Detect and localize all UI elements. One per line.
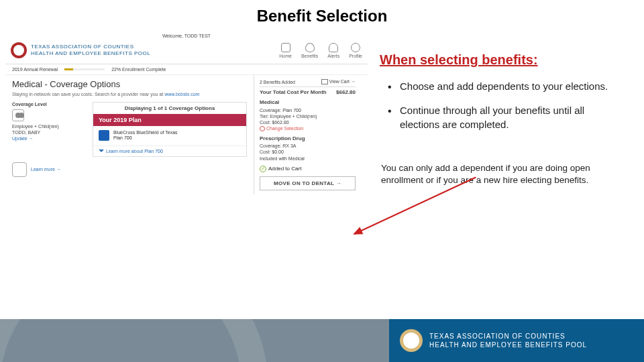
top-nav: Home Benefits Alerts Profile xyxy=(279,43,362,58)
seal-icon xyxy=(11,42,27,58)
cart-rx: Prescription Drug Coverage: RX 3A Cost: … xyxy=(260,135,356,162)
move-on-button[interactable]: MOVE ON TO DENTAL → xyxy=(260,176,356,190)
bell-icon xyxy=(329,43,338,52)
cart-medical: Medical Coverage: Plan 700 Tier: Employe… xyxy=(260,99,356,131)
progress-bar xyxy=(64,68,105,70)
brand-text: TEXAS ASSOCIATION OF COUNTIES HEALTH AND… xyxy=(31,44,150,56)
bullet-2: Continue through all your benefits until… xyxy=(400,104,624,131)
footer-brand: TEXAS ASSOCIATION OF COUNTIES HEALTH AND… xyxy=(429,332,587,349)
check-icon: ✓ xyxy=(260,166,266,172)
update-link[interactable]: Update → xyxy=(12,136,86,141)
cart-icon xyxy=(321,79,328,84)
shield-icon xyxy=(305,43,315,52)
view-cart-link[interactable]: View Cart → xyxy=(321,79,356,84)
provider-link[interactable]: www.bcbstx.com xyxy=(164,92,199,97)
plan-card: Displaying 1 of 1 Coverage Options Your … xyxy=(93,102,247,157)
progress-row: 2019 Annual Renewal 22% Enrollment Compl… xyxy=(5,64,368,75)
footer-seal-icon xyxy=(400,329,423,352)
added-to-cart: ✓Added to Cart xyxy=(260,166,356,172)
section-title: Medical - Coverage Options xyxy=(12,79,247,89)
section-subtext: Staying in-network can save you costs. S… xyxy=(12,92,247,97)
brain-icon xyxy=(12,162,27,177)
total-label: Your Total Cost Per Month xyxy=(260,89,327,95)
coverage-level-panel: Coverage Level Employee + Child(ren) TOD… xyxy=(12,102,86,157)
cart-panel: 2 Benefits Added View Cart → Your Total … xyxy=(254,75,361,194)
note-text: You can only add a dependent if you are … xyxy=(380,142,624,186)
footer: TEXAS ASSOCIATION OF COUNTIES HEALTH AND… xyxy=(0,319,644,362)
progress-left-label: 2019 Annual Renewal xyxy=(12,67,58,72)
total-value: $662.80 xyxy=(336,89,356,95)
learn-more-plan[interactable]: Learn more about Plan 700 xyxy=(93,146,246,156)
progress-right-label: 22% Enrollment Complete xyxy=(111,67,166,72)
benefits-added-label: 2 Benefits Added xyxy=(260,80,295,84)
welcome-text: Welcome, TODD TEST xyxy=(5,32,368,40)
app-screenshot: Welcome, TODD TEST TEXAS ASSOCIATION OF … xyxy=(5,32,368,194)
nav-home[interactable]: Home xyxy=(279,43,292,58)
change-selection-link[interactable]: Change Selection xyxy=(260,125,356,131)
person-icon xyxy=(351,43,360,52)
chevron-down-icon xyxy=(99,149,104,152)
instruction-panel: When selecting benefits: Choose and add … xyxy=(368,32,636,194)
footer-image xyxy=(0,319,389,362)
bullet-1: Choose and add dependents to your electi… xyxy=(400,80,624,93)
plan-banner: Your 2019 Plan xyxy=(93,114,246,126)
plan-caption: Displaying 1 of 1 Coverage Options xyxy=(93,103,246,114)
right-heading: When selecting benefits: xyxy=(380,52,624,68)
home-icon xyxy=(281,43,290,52)
slide-title: Benefit Selection xyxy=(0,0,644,32)
people-icon xyxy=(12,109,24,121)
bcbs-icon xyxy=(99,130,109,141)
nav-benefits[interactable]: Benefits xyxy=(301,43,318,58)
nav-profile[interactable]: Profile xyxy=(349,43,362,58)
learn-more-link[interactable]: Learn more → xyxy=(31,167,61,172)
nav-alerts[interactable]: Alerts xyxy=(327,43,339,58)
